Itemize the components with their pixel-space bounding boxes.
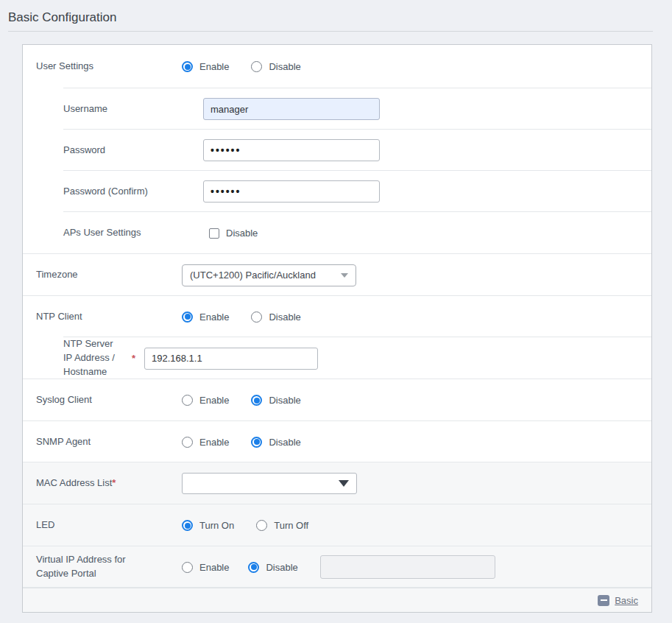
row-aps-user-settings: APs User Settings Disable — [23, 212, 651, 254]
virtual-ip-disable-option[interactable]: Disable — [248, 562, 297, 573]
checkbox-unchecked-icon[interactable] — [209, 228, 219, 239]
disable-option-label[interactable]: Disable — [269, 61, 300, 72]
timezone-select[interactable]: (UTC+1200) Pacific/Auckland — [182, 264, 356, 286]
disable-option-label[interactable]: Disable — [269, 437, 300, 448]
radio-unchecked-icon[interactable] — [182, 395, 193, 406]
turn-on-option-label[interactable]: Turn On — [199, 520, 234, 531]
disable-option-label[interactable]: Disable — [266, 562, 297, 573]
radio-checked-icon[interactable] — [251, 395, 262, 406]
enable-option-label[interactable]: Enable — [199, 437, 229, 448]
radio-checked-icon[interactable] — [182, 61, 193, 72]
ntp-disable-option[interactable]: Disable — [251, 312, 300, 323]
mac-address-list-label: MAC Address List* — [23, 476, 182, 490]
turn-off-option-label[interactable]: Turn Off — [274, 520, 308, 531]
virtual-ip-enable-option[interactable]: Enable — [182, 562, 229, 573]
disable-option-label[interactable]: Disable — [269, 312, 300, 323]
ntp-server-label: NTP Server IP Address / Hostname — [23, 337, 132, 379]
radio-unchecked-icon[interactable] — [256, 520, 267, 531]
username-label: Username — [23, 102, 203, 116]
ntp-enable-option[interactable]: Enable — [182, 312, 229, 323]
user-settings-label: User Settings — [23, 60, 182, 74]
row-user-settings: User Settings Enable Disable — [23, 45, 651, 88]
ntp-server-label-line2: IP Address / Hostname — [63, 351, 132, 379]
row-password: Password — [23, 130, 651, 171]
aps-user-settings-label: APs User Settings — [23, 226, 203, 240]
panel-footer: Basic — [23, 588, 651, 612]
radio-checked-icon[interactable] — [182, 520, 193, 531]
row-password-confirm: Password (Confirm) — [23, 171, 651, 212]
virtual-ip-label-line2: Captive Portal — [36, 567, 182, 581]
radio-unchecked-icon[interactable] — [182, 437, 193, 448]
user-settings-disable-option[interactable]: Disable — [251, 61, 300, 72]
aps-disable-label[interactable]: Disable — [226, 228, 258, 239]
snmp-agent-label: SNMP Agent — [23, 435, 182, 449]
password-confirm-label: Password (Confirm) — [23, 185, 203, 199]
ntp-server-label-line1: NTP Server — [63, 337, 132, 351]
led-turn-off-option[interactable]: Turn Off — [256, 520, 308, 531]
minus-bar — [601, 599, 607, 601]
syslog-client-label: Syslog Client — [23, 393, 182, 407]
user-settings-enable-option[interactable]: Enable — [182, 61, 229, 72]
enable-option-label[interactable]: Enable — [199, 395, 229, 406]
row-ntp-client: NTP Client Enable Disable — [23, 296, 651, 337]
enable-option-label[interactable]: Enable — [199, 562, 229, 573]
radio-unchecked-icon[interactable] — [182, 562, 193, 573]
enable-option-label[interactable]: Enable — [199, 61, 229, 72]
row-snmp-agent: SNMP Agent Enable Disable — [23, 421, 651, 462]
mac-address-list-label-text: MAC Address List — [36, 477, 112, 488]
password-label: Password — [23, 144, 203, 158]
row-timezone: Timezone (UTC+1200) Pacific/Auckland — [23, 254, 651, 296]
radio-unchecked-icon[interactable] — [251, 312, 262, 323]
row-syslog-client: Syslog Client Enable Disable — [23, 379, 651, 421]
radio-unchecked-icon[interactable] — [251, 61, 262, 72]
mac-address-list-select[interactable] — [182, 473, 357, 494]
basic-configuration-panel: User Settings Enable Disable Username Pa… — [22, 44, 652, 613]
row-mac-address-list: MAC Address List* — [23, 462, 651, 504]
page-title: Basic Configuration — [8, 10, 116, 25]
snmp-enable-option[interactable]: Enable — [182, 437, 229, 448]
virtual-ip-label: Virtual IP Address for Captive Portal — [23, 553, 182, 581]
virtual-ip-input — [320, 555, 495, 579]
row-led: LED Turn On Turn Off — [23, 504, 651, 546]
syslog-disable-option[interactable]: Disable — [251, 395, 300, 406]
radio-checked-icon[interactable] — [248, 562, 259, 573]
required-asterisk: * — [132, 353, 139, 364]
virtual-ip-label-line1: Virtual IP Address for — [36, 553, 182, 567]
radio-checked-icon[interactable] — [182, 312, 193, 323]
enable-option-label[interactable]: Enable — [199, 312, 229, 323]
ntp-server-input[interactable] — [144, 348, 318, 370]
row-ntp-server: NTP Server IP Address / Hostname * — [23, 337, 651, 379]
row-virtual-ip: Virtual IP Address for Captive Portal En… — [23, 546, 651, 588]
led-label: LED — [23, 518, 182, 532]
chevron-down-icon[interactable] — [341, 273, 348, 278]
snmp-disable-option[interactable]: Disable — [251, 437, 300, 448]
radio-checked-icon[interactable] — [251, 437, 262, 448]
timezone-label: Timezone — [23, 268, 182, 282]
username-input[interactable] — [203, 98, 380, 120]
aps-disable-option[interactable]: Disable — [203, 228, 258, 239]
required-asterisk: * — [112, 477, 116, 488]
led-turn-on-option[interactable]: Turn On — [182, 520, 234, 531]
password-confirm-input[interactable] — [203, 180, 380, 203]
syslog-enable-option[interactable]: Enable — [182, 395, 229, 406]
basic-collapse-link[interactable]: Basic — [615, 595, 638, 606]
title-divider — [8, 31, 653, 32]
password-input[interactable] — [203, 139, 380, 161]
row-username: Username — [23, 88, 651, 130]
collapse-minus-icon[interactable] — [598, 595, 609, 606]
dropdown-caret-icon[interactable] — [339, 480, 349, 487]
disable-option-label[interactable]: Disable — [269, 395, 300, 406]
timezone-selected-value: (UTC+1200) Pacific/Auckland — [190, 270, 316, 281]
ntp-client-label: NTP Client — [23, 310, 182, 324]
